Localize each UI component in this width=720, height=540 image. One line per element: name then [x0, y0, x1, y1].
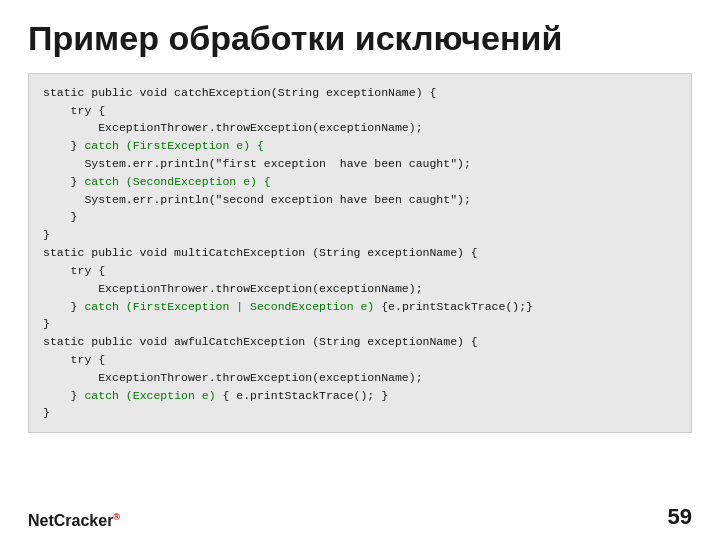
logo: NetCracker®	[28, 512, 120, 530]
page-number: 59	[668, 504, 692, 530]
logo-cracker: Cracker	[54, 512, 114, 529]
code-block: static public void catchException(String…	[28, 73, 692, 433]
logo-net: Net	[28, 512, 54, 529]
slide: Пример обработки исключений static publi…	[0, 0, 720, 540]
code-text: static public void catchException(String…	[43, 86, 533, 420]
logo-reg: ®	[113, 512, 120, 522]
slide-title: Пример обработки исключений	[28, 18, 692, 59]
footer: NetCracker®	[28, 512, 120, 530]
